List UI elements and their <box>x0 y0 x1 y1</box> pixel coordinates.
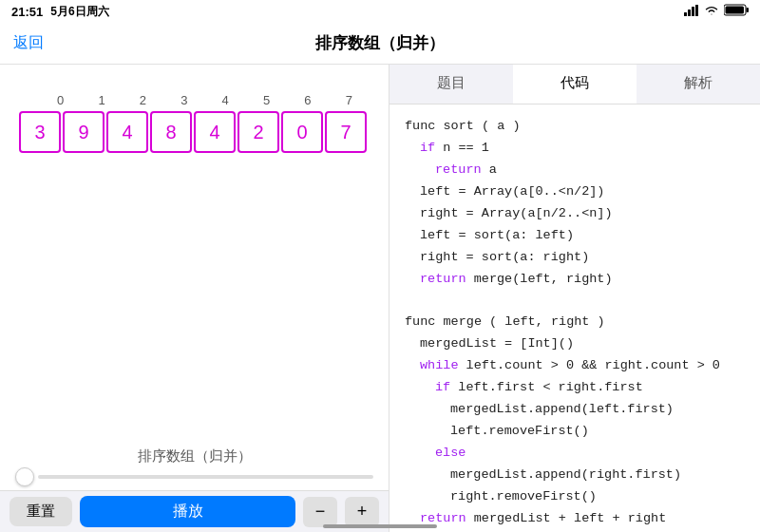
array-box-7: 7 <box>325 111 367 153</box>
array-label: 排序数组（归并） <box>0 447 389 466</box>
code-line-3: left = Array(a[0..<n/2]) <box>405 181 745 203</box>
status-bar: 21:51 5月6日周六 <box>0 0 760 23</box>
code-line-4: right = Array(a[n/2..<n]) <box>405 203 745 225</box>
svg-rect-3 <box>695 5 698 16</box>
slider-thumb[interactable] <box>15 467 34 486</box>
array-box-0: 3 <box>19 111 61 153</box>
play-button[interactable]: 播放 <box>80 496 295 527</box>
array-index-0: 0 <box>40 93 81 107</box>
back-button[interactable]: 返回 <box>13 33 44 53</box>
code-line-7: return merge(left, right) <box>405 269 745 291</box>
array-index-2: 2 <box>123 93 163 107</box>
code-line-18: return mergedList + left + right <box>405 508 745 530</box>
code-line-15: else <box>405 443 745 465</box>
code-line-1: if n == 1 <box>405 138 745 160</box>
svg-rect-2 <box>692 7 694 16</box>
array-index-4: 4 <box>205 93 246 107</box>
nav-bar: 返回 排序数组（归并） <box>0 23 760 65</box>
tab-题目[interactable]: 题目 <box>390 65 513 104</box>
code-line-6: right = sort(a: right) <box>405 247 745 269</box>
wifi-icon <box>704 5 719 19</box>
array-box-3: 8 <box>150 111 192 153</box>
code-line-2: return a <box>405 160 745 181</box>
signal-icon <box>684 5 699 19</box>
code-line-11: while left.count > 0 && right.count > 0 <box>405 355 745 377</box>
code-area[interactable]: func sort ( a )if n == 1return aleft = A… <box>390 104 760 532</box>
array-box-1: 9 <box>63 111 104 153</box>
slider-area <box>0 467 389 486</box>
left-panel: 01234567 39484207 排序数组（归并） 重置 播放 − + <box>0 65 390 532</box>
array-boxes: 39484207 <box>19 111 370 153</box>
array-index-7: 7 <box>329 93 370 107</box>
reset-button[interactable]: 重置 <box>10 497 72 526</box>
svg-rect-5 <box>747 8 750 12</box>
status-date: 5月6日周六 <box>50 4 108 20</box>
battery-icon <box>724 4 749 19</box>
main-layout: 01234567 39484207 排序数组（归并） 重置 播放 − + 题目代… <box>0 65 760 532</box>
home-indicator <box>323 524 437 528</box>
array-index-1: 1 <box>81 93 122 107</box>
array-indices: 01234567 <box>40 93 370 107</box>
array-index-3: 3 <box>163 93 204 107</box>
array-box-2: 4 <box>106 111 148 153</box>
code-line-0: func sort ( a ) <box>405 116 745 138</box>
array-index-6: 6 <box>287 93 328 107</box>
code-line-17: right.removeFirst() <box>405 486 745 508</box>
tabs: 题目代码解析 <box>390 65 760 104</box>
code-line-16: mergedList.append(right.first) <box>405 465 745 486</box>
tab-代码[interactable]: 代码 <box>513 65 636 104</box>
array-index-5: 5 <box>246 93 287 107</box>
code-line-13: mergedList.append(left.first) <box>405 399 745 421</box>
tab-解析[interactable]: 解析 <box>636 65 760 104</box>
plus-button[interactable]: + <box>345 497 379 527</box>
status-time: 21:51 <box>11 5 43 19</box>
svg-rect-0 <box>684 12 687 16</box>
svg-rect-6 <box>726 7 745 14</box>
code-line-5: left = sort(a: left) <box>405 225 745 247</box>
code-line-9: func merge ( left, right ) <box>405 312 745 333</box>
svg-rect-1 <box>688 10 691 16</box>
slider-track[interactable] <box>38 475 373 479</box>
array-box-6: 0 <box>281 111 323 153</box>
page-title: 排序数组（归并） <box>315 32 445 54</box>
array-section: 01234567 39484207 <box>0 65 389 162</box>
array-box-5: 2 <box>238 111 279 153</box>
code-line-12: if left.first < right.first <box>405 377 745 399</box>
array-box-4: 4 <box>194 111 236 153</box>
code-line-8 <box>405 291 745 313</box>
minus-button[interactable]: − <box>303 497 337 527</box>
code-line-10: mergedList = [Int]() <box>405 333 745 355</box>
right-panel: 题目代码解析 func sort ( a )if n == 1return al… <box>390 65 760 532</box>
status-icons <box>684 4 749 19</box>
code-line-14: left.removeFirst() <box>405 421 745 443</box>
